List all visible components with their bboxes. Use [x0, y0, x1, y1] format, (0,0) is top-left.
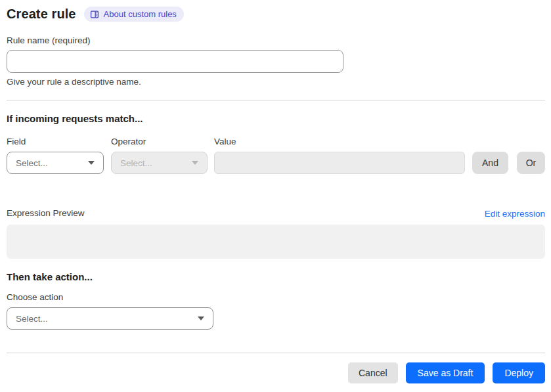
about-custom-rules-link[interactable]: About custom rules: [84, 7, 184, 22]
edit-expression-link[interactable]: Edit expression: [485, 209, 545, 219]
expression-preview-label: Expression Preview: [7, 208, 85, 219]
page-header: Create rule About custom rules: [7, 7, 545, 22]
rule-name-label: Rule name (required): [7, 35, 545, 46]
chevron-down-icon: [192, 161, 198, 165]
value-column: Value: [214, 137, 472, 174]
section-divider-bottom: [7, 353, 545, 353]
operator-select-value: Select...: [120, 158, 152, 168]
rule-name-input[interactable]: [7, 50, 343, 73]
action-section-heading: Then take action...: [7, 271, 545, 282]
field-select-value: Select...: [16, 158, 48, 168]
section-divider-top: [7, 100, 545, 100]
field-select[interactable]: Select...: [7, 152, 104, 174]
field-label: Field: [7, 137, 111, 147]
choose-action-value: Select...: [16, 314, 48, 324]
chevron-down-icon: [88, 161, 95, 165]
save-as-draft-button[interactable]: Save as Draft: [406, 362, 485, 383]
chevron-down-icon: [198, 316, 204, 320]
and-button[interactable]: And: [472, 152, 508, 174]
choose-action-label: Choose action: [7, 292, 545, 303]
field-column: Field Select...: [7, 137, 111, 174]
operator-label: Operator: [111, 137, 214, 147]
deploy-button[interactable]: Deploy: [493, 362, 545, 383]
expression-preview-box: [7, 225, 545, 259]
match-section-heading: If incoming requests match...: [7, 113, 545, 124]
docs-book-icon: [90, 10, 99, 19]
rule-name-helper: Give your rule a descriptive name.: [7, 77, 545, 87]
match-condition-row: Field Select... Operator Select... Value…: [7, 137, 545, 174]
operator-column: Operator Select...: [111, 137, 214, 174]
footer-actions: Cancel Save as Draft Deploy: [7, 362, 545, 383]
operator-select[interactable]: Select...: [111, 152, 208, 174]
value-label: Value: [214, 137, 472, 147]
choose-action-select[interactable]: Select...: [7, 307, 213, 330]
cancel-button[interactable]: Cancel: [348, 362, 398, 383]
expression-preview-header: Expression Preview Edit expression: [7, 208, 545, 219]
about-custom-rules-label: About custom rules: [104, 9, 177, 19]
value-input[interactable]: [214, 152, 465, 174]
create-rule-page: Create rule About custom rules Rule name…: [0, 0, 551, 391]
page-title: Create rule: [7, 7, 76, 22]
or-button[interactable]: Or: [517, 152, 545, 174]
rule-name-section: Rule name (required) Give your rule a de…: [7, 35, 545, 87]
